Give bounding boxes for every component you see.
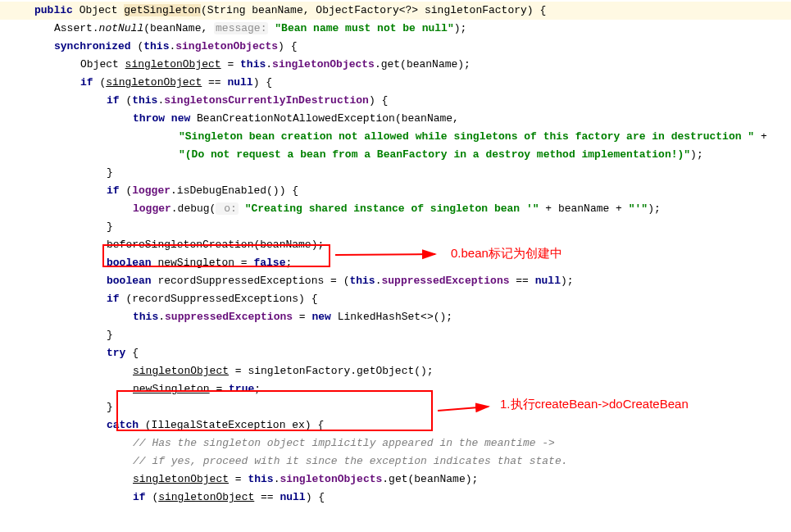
- text: );: [690, 148, 703, 161]
- keyword-catch: catch: [107, 419, 139, 431]
- field-ref: suppressedExceptions: [381, 275, 509, 287]
- keyword-null: null: [280, 491, 305, 503]
- method-name: getSingleton: [124, 4, 201, 16]
- text: +: [754, 130, 767, 143]
- static-method: notNull: [99, 22, 144, 34]
- text: ==: [254, 491, 280, 503]
- code-line: boolean recordSuppressedExceptions = (th…: [0, 272, 791, 290]
- comment: // Has the singleton object implicitly a…: [133, 437, 555, 449]
- field-ref: singletonObjects: [175, 40, 278, 52]
- code-line: Assert.notNull(beanName, message: "Bean …: [0, 20, 791, 38]
- text: (IllegalStateException ex) {: [139, 419, 324, 431]
- text: (beanName,: [143, 22, 214, 34]
- keyword-true: true: [229, 383, 254, 395]
- text: recordSuppressedExceptions = (: [152, 275, 350, 287]
- code-line: "(Do not request a bean from a BeanFacto…: [0, 146, 791, 164]
- text: (: [93, 76, 107, 89]
- text: LinkedHashSet<>();: [331, 311, 452, 323]
- code-line: beforeSingletonCreation(beanName);: [0, 236, 791, 254]
- keyword-this: this: [132, 94, 157, 107]
- text: .debug(: [171, 202, 216, 215]
- code-line: singletonObject = singletonFactory.getOb…: [0, 362, 791, 380]
- field-ref: singletonObjects: [272, 58, 375, 70]
- keyword-boolean: boolean: [107, 275, 152, 287]
- code-line: if (recordSuppressedExceptions) {: [0, 290, 791, 308]
- code-line: // Has the singleton object implicitly a…: [0, 434, 791, 452]
- code-line: "Singleton bean creation not allowed whi…: [0, 128, 791, 146]
- code-line: }: [0, 326, 791, 344]
- text: .: [158, 311, 165, 323]
- local-var: singletonObject: [133, 365, 229, 377]
- keyword-this: this: [240, 58, 266, 70]
- text: beforeSingletonCreation(beanName);: [107, 239, 324, 251]
- code-line: if (singletonObject == null) {: [0, 489, 791, 507]
- code-line: public Object getSingleton(String beanNa…: [0, 2, 791, 20]
- code-line: newSingleton = true;: [0, 380, 791, 398]
- text: ) {: [369, 94, 388, 107]
- text: );: [454, 22, 467, 34]
- keyword-synchronized: synchronized: [54, 40, 131, 52]
- keyword-this: this: [349, 275, 375, 287]
- text: ;: [285, 257, 292, 269]
- string-literal: "Singleton bean creation not allowed whi…: [179, 130, 754, 143]
- text: ==: [202, 76, 227, 89]
- text: );: [648, 202, 661, 215]
- text: (recordSuppressedExceptions) {: [120, 293, 318, 305]
- keyword-boolean: boolean: [107, 257, 152, 269]
- local-var: singletonObject: [133, 473, 229, 485]
- param-hint: o:: [216, 202, 238, 215]
- param-hint: message:: [214, 22, 268, 34]
- code-line: if (logger.isDebugEnabled()) {: [0, 182, 791, 200]
- text: ) {: [253, 76, 272, 89]
- keyword-new: new: [171, 112, 190, 125]
- code-line: // if yes, proceed with it since the exc…: [0, 452, 791, 471]
- code-line: boolean newSingleton = false;: [0, 254, 791, 272]
- keyword-false: false: [253, 257, 285, 269]
- annotation-text-2: 1.执行createBean->doCreateBean: [500, 397, 689, 412]
- keyword-public: public: [34, 4, 73, 16]
- code-line: logger.debug( o: "Creating shared instan…: [0, 200, 791, 218]
- code-line: singletonObject = this.singletonObjects.…: [0, 471, 791, 489]
- string-literal: "(Do not request a bean from a BeanFacto…: [179, 148, 690, 161]
- code-line: catch (IllegalStateException ex) {: [0, 416, 791, 434]
- keyword-if: if: [133, 491, 146, 503]
- text: (: [146, 491, 159, 503]
- field-ref: logger: [133, 202, 171, 215]
- text: =: [221, 58, 240, 70]
- local-var: singletonObject: [106, 76, 202, 89]
- keyword-this: this: [133, 311, 158, 323]
- keyword-if: if: [107, 94, 120, 107]
- keyword-null: null: [227, 76, 252, 89]
- code-editor[interactable]: public Object getSingleton(String beanNa…: [0, 0, 791, 513]
- keyword-try: try: [107, 347, 125, 359]
- local-var: singletonObject: [125, 58, 221, 70]
- string-literal: "Bean name must not be null": [275, 22, 453, 34]
- local-var: newSingleton: [157, 257, 234, 269]
- code-line: synchronized (this.singletonObjects) {: [0, 38, 791, 56]
- local-var: singletonObject: [158, 491, 254, 503]
- text: );: [561, 275, 574, 287]
- text: (: [131, 40, 144, 52]
- text: =: [234, 257, 253, 269]
- keyword-new: new: [311, 311, 330, 323]
- brace: }: [107, 166, 113, 179]
- field-ref: singletonObjects: [280, 473, 382, 485]
- text: (: [120, 184, 133, 197]
- text: Assert.: [54, 22, 99, 34]
- brace: }: [107, 329, 113, 341]
- code-line: if (singletonObject == null) {: [0, 74, 791, 92]
- code-line: throw new BeanCreationNotAllowedExceptio…: [0, 110, 791, 128]
- annotation-text-1: 0.bean标记为创建中: [451, 246, 562, 261]
- text: + beanName +: [539, 202, 629, 215]
- keyword-if: if: [107, 184, 120, 197]
- local-var: newSingleton: [133, 383, 210, 395]
- brace: }: [107, 221, 113, 233]
- text: Object: [80, 58, 125, 70]
- code-line: try {: [0, 344, 791, 362]
- keyword-if: if: [107, 293, 120, 305]
- comment: // if yes, proceed with it since the exc…: [133, 455, 568, 467]
- keyword-this: this: [248, 473, 273, 485]
- code-line: Object singletonObject = this.singletonO…: [0, 56, 791, 74]
- keyword-if: if: [80, 76, 93, 89]
- keyword-throw: throw: [133, 112, 165, 125]
